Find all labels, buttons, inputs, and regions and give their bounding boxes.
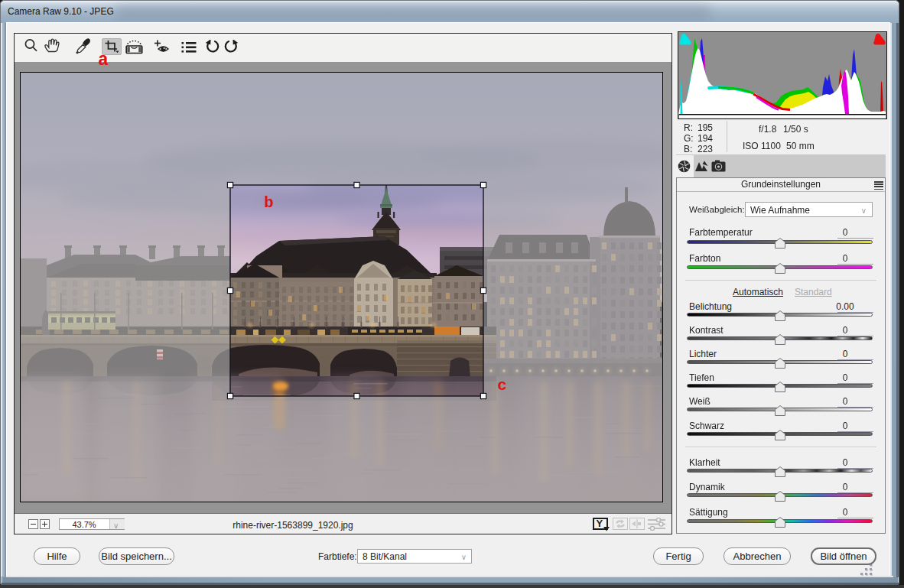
svg-text:c: c xyxy=(497,377,507,395)
svg-text:b: b xyxy=(264,194,274,212)
